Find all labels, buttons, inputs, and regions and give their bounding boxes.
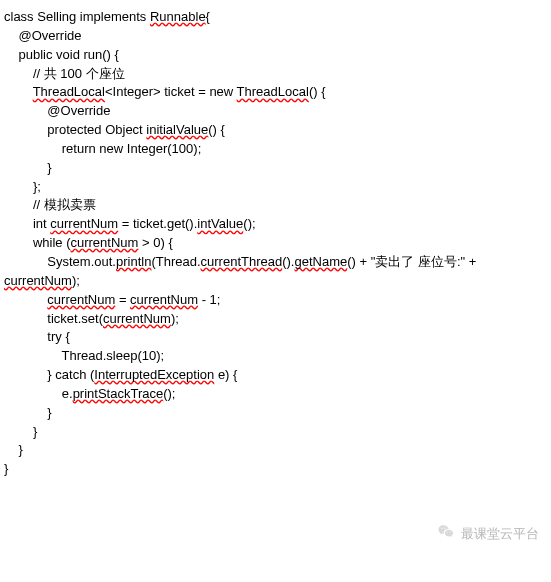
- code-block: class Selling implements Runnable{ @Over…: [4, 8, 547, 479]
- code-line: currentNum);: [4, 272, 547, 291]
- code-line: public void run() {: [4, 46, 547, 65]
- text: <Integer> ticket = new: [105, 84, 237, 99]
- code-line: }: [4, 404, 547, 423]
- squiggly-text: Runnable: [150, 9, 206, 24]
- text: = ticket.get().: [118, 216, 197, 231]
- code-line: class Selling implements Runnable{: [4, 8, 547, 27]
- text: {: [206, 9, 210, 24]
- code-line: Thread.sleep(10);: [4, 347, 547, 366]
- text: =: [115, 292, 130, 307]
- text: protected Object: [4, 122, 146, 137]
- code-line: int currentNum = ticket.get().intValue()…: [4, 215, 547, 234]
- squiggly-text: currentNum: [70, 235, 138, 250]
- squiggly-text: intValue: [197, 216, 243, 231]
- text: );: [72, 273, 80, 288]
- squiggly-text: currentThread: [201, 254, 283, 269]
- squiggly-text: currentNum: [103, 311, 171, 326]
- text: ().: [282, 254, 294, 269]
- code-line: }: [4, 441, 547, 460]
- code-line: ThreadLocal<Integer> ticket = new Thread…: [4, 83, 547, 102]
- text: - 1;: [198, 292, 220, 307]
- squiggly-text: ThreadLocal: [33, 84, 105, 99]
- text: () + "卖出了 座位号:" +: [347, 254, 480, 269]
- code-line: try {: [4, 328, 547, 347]
- text: > 0) {: [138, 235, 172, 250]
- squiggly-text: println: [116, 254, 151, 269]
- code-line: @Override: [4, 102, 547, 121]
- code-line: System.out.println(Thread.currentThread(…: [4, 253, 547, 272]
- code-line: }: [4, 460, 547, 479]
- squiggly-text: getName: [294, 254, 347, 269]
- text: System.out.: [4, 254, 116, 269]
- code-line: @Override: [4, 27, 547, 46]
- code-line: ticket.set(currentNum);: [4, 310, 547, 329]
- text: ticket.set(: [4, 311, 103, 326]
- text: e) {: [214, 367, 237, 382]
- code-line: }: [4, 159, 547, 178]
- squiggly-text: currentNum: [4, 273, 72, 288]
- squiggly-text: ThreadLocal: [237, 84, 309, 99]
- text: } catch (: [4, 367, 94, 382]
- code-line: // 共 100 个座位: [4, 65, 547, 84]
- text: e.: [4, 386, 73, 401]
- text: class Selling implements: [4, 9, 150, 24]
- wechat-icon: [437, 523, 455, 544]
- text: () {: [208, 122, 225, 137]
- code-line: currentNum = currentNum - 1;: [4, 291, 547, 310]
- code-line: e.printStackTrace();: [4, 385, 547, 404]
- text: ();: [243, 216, 255, 231]
- text: ();: [163, 386, 175, 401]
- squiggly-text: currentNum: [130, 292, 198, 307]
- text: [4, 84, 33, 99]
- code-line: return new Integer(100);: [4, 140, 547, 159]
- code-line: protected Object initialValue() {: [4, 121, 547, 140]
- code-line: };: [4, 178, 547, 197]
- squiggly-text: currentNum: [50, 216, 118, 231]
- text: [4, 292, 47, 307]
- watermark: 最课堂云平台: [437, 523, 539, 544]
- text: );: [171, 311, 179, 326]
- code-line: while (currentNum > 0) {: [4, 234, 547, 253]
- code-line: }: [4, 423, 547, 442]
- squiggly-text: initialValue: [146, 122, 208, 137]
- code-line: } catch (InterruptedException e) {: [4, 366, 547, 385]
- text: while (: [4, 235, 70, 250]
- squiggly-text: printStackTrace: [73, 386, 164, 401]
- text: () {: [309, 84, 326, 99]
- code-line: // 模拟卖票: [4, 196, 547, 215]
- watermark-text: 最课堂云平台: [461, 525, 539, 543]
- squiggly-text: InterruptedException: [94, 367, 214, 382]
- text: int: [4, 216, 50, 231]
- squiggly-text: currentNum: [47, 292, 115, 307]
- text: (Thread.: [151, 254, 200, 269]
